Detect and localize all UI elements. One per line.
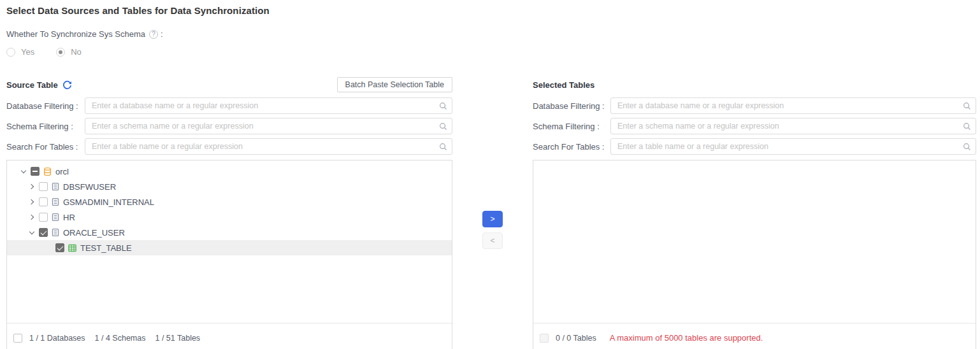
chevron-right-icon[interactable]	[29, 214, 35, 220]
sys-schema-colon: :	[161, 29, 163, 39]
database-filtering-label: Database Filtering :	[533, 101, 610, 111]
tree-row-gsmadmin-internal[interactable]: GSMADMIN_INTERNAL	[7, 194, 452, 210]
selected-panel-footer: 0 / 0 Tables A maximum of 5000 tables ar…	[533, 323, 976, 349]
search-icon	[963, 101, 971, 113]
radio-no	[56, 48, 65, 57]
refresh-icon[interactable]	[62, 80, 72, 90]
radio-yes	[6, 48, 15, 57]
selected-panel: Selected Tables Database Filtering : Sch…	[533, 77, 976, 349]
schema-icon	[51, 197, 60, 206]
chevron-down-icon[interactable]	[29, 229, 35, 236]
chevron-right-icon[interactable]	[29, 183, 35, 190]
chevron-right-icon[interactable]	[29, 199, 35, 205]
selected-schema-filter-row: Schema Filtering :	[533, 118, 976, 134]
selected-panel-title: Selected Tables	[533, 80, 594, 90]
source-panel-header: Source Table Batch Paste Selection Table	[6, 77, 452, 92]
schema-icon	[51, 213, 60, 222]
selected-schema-filter-input[interactable]	[610, 118, 976, 134]
source-database-filter-input[interactable]	[85, 97, 452, 114]
source-schema-filter-row: Schema Filtering :	[6, 118, 452, 134]
tree-row-oracle-user[interactable]: ORACLE_USER	[7, 225, 452, 240]
database-filtering-label: Database Filtering :	[6, 101, 85, 111]
source-tree-box: orcl DBSFWUSER	[6, 160, 452, 349]
panels-container: Source Table Batch Paste Selection Table…	[6, 77, 976, 349]
chevron-down-icon[interactable]	[20, 168, 27, 174]
batch-paste-button[interactable]: Batch Paste Selection Table	[337, 77, 452, 92]
database-icon	[43, 167, 52, 176]
search-icon	[439, 101, 447, 113]
selected-tree-box: 0 / 0 Tables A maximum of 5000 tables ar…	[533, 160, 976, 349]
search-for-tables-label: Search For Tables :	[533, 142, 610, 152]
tree-label: orcl	[55, 167, 69, 176]
sys-schema-label-row: Whether To Synchronize Sys Schema ? :	[6, 29, 976, 39]
page: Select Data Sources and Tables for Data …	[0, 0, 980, 349]
tables-count: 1 / 51 Tables	[155, 334, 200, 343]
source-panel-title: Source Table	[6, 80, 58, 90]
source-panel-footer: 1 / 1 Databases 1 / 4 Schemas 1 / 51 Tab…	[7, 323, 452, 349]
checkbox-orcl[interactable]	[31, 167, 40, 176]
sys-schema-radio-group: Yes No	[6, 47, 976, 57]
search-icon	[963, 122, 971, 133]
checkbox-gsmadmin-internal[interactable]	[39, 197, 48, 206]
source-select-all-checkbox[interactable]	[13, 334, 22, 343]
tree-label: DBSFWUSER	[63, 182, 116, 192]
schema-icon	[51, 182, 60, 191]
selected-panel-header: Selected Tables	[533, 77, 976, 92]
tree-label: ORACLE_USER	[63, 228, 125, 238]
tree-label: TEST_TABLE	[80, 243, 132, 253]
selected-tree-empty	[533, 160, 976, 323]
search-icon	[439, 142, 447, 153]
selected-table-search-input[interactable]	[610, 138, 976, 155]
checkbox-dbsfwuser[interactable]	[39, 182, 48, 191]
selected-tables-count: 0 / 0 Tables	[556, 334, 596, 343]
search-icon	[439, 122, 447, 133]
tree-row-orcl[interactable]: orcl	[7, 164, 452, 179]
help-icon[interactable]: ?	[149, 30, 158, 39]
schema-filtering-label: Schema Filtering :	[533, 122, 610, 131]
radio-no-label: No	[71, 47, 82, 57]
tree-row-dbsfwuser[interactable]: DBSFWUSER	[7, 179, 452, 194]
transfer-controls: > <	[482, 211, 503, 249]
source-tree: orcl DBSFWUSER	[7, 160, 452, 323]
checkbox-hr[interactable]	[39, 213, 48, 222]
max-tables-warning: A maximum of 5000 tables are supported.	[610, 333, 763, 343]
tree-row-hr[interactable]: HR	[7, 210, 452, 225]
sys-schema-label: Whether To Synchronize Sys Schema	[6, 29, 145, 39]
source-table-search-row: Search For Tables :	[6, 138, 452, 155]
selected-select-all-checkbox	[540, 334, 549, 343]
search-for-tables-label: Search For Tables :	[6, 142, 85, 152]
search-icon	[963, 142, 971, 153]
page-title: Select Data Sources and Tables for Data …	[6, 5, 976, 16]
tree-row-test-table[interactable]: TEST_TABLE	[7, 240, 452, 255]
checkbox-oracle-user[interactable]	[39, 228, 48, 237]
selected-table-search-row: Search For Tables :	[533, 138, 976, 155]
tree-label: GSMADMIN_INTERNAL	[63, 197, 154, 207]
selected-database-filter-input[interactable]	[610, 97, 976, 114]
source-schema-filter-input[interactable]	[85, 118, 452, 134]
move-right-button[interactable]: >	[482, 211, 503, 227]
databases-count: 1 / 1 Databases	[29, 334, 85, 343]
source-panel: Source Table Batch Paste Selection Table…	[6, 77, 452, 349]
schema-filtering-label: Schema Filtering :	[6, 122, 85, 131]
checkbox-test-table[interactable]	[55, 243, 64, 252]
table-icon	[68, 243, 77, 253]
move-left-button: <	[482, 232, 503, 249]
source-table-search-input[interactable]	[85, 138, 452, 155]
source-database-filter-row: Database Filtering :	[6, 97, 452, 114]
radio-yes-label: Yes	[21, 47, 34, 57]
schemas-count: 1 / 4 Schemas	[95, 334, 146, 343]
schema-icon	[51, 228, 60, 237]
tree-label: HR	[63, 213, 75, 222]
selected-database-filter-row: Database Filtering :	[533, 97, 976, 114]
